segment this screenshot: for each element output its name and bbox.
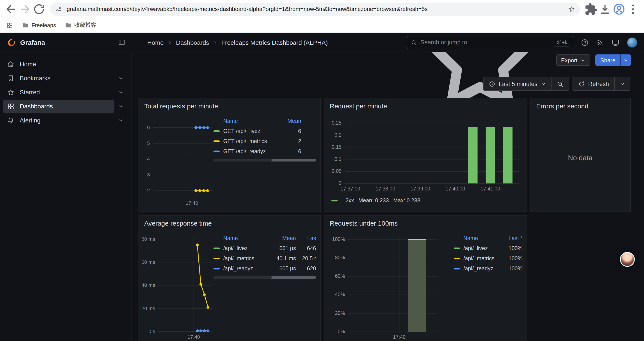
- panel-title[interactable]: Requests under 100ms: [324, 216, 527, 229]
- browser-forward-icon[interactable]: [18, 3, 32, 16]
- svg-text:6: 6: [147, 124, 150, 130]
- sidebar: Home Bookmarks Starred Dashboards Alerti…: [0, 52, 132, 341]
- sidebar-item-bookmarks[interactable]: Bookmarks: [3, 72, 127, 85]
- legend-col-last[interactable]: Las: [296, 235, 316, 241]
- chevron-down-icon: [541, 81, 546, 86]
- collapse-sidebar-icon[interactable]: [118, 39, 126, 46]
- legend-header: Name Last *: [454, 233, 522, 243]
- browser-reload-icon[interactable]: [32, 3, 46, 16]
- browser-toolbar: grafana.mathmast.com/d/deytv4rwavabkb/fr…: [0, 0, 644, 18]
- floating-extension-avatar[interactable]: [620, 252, 635, 267]
- panel-title[interactable]: Total requests per minute: [139, 99, 320, 112]
- bookmark-freeleaps[interactable]: Freeleaps: [22, 22, 56, 29]
- legend-col-name[interactable]: Name: [223, 118, 278, 124]
- svg-text:17:40: 17:40: [393, 334, 406, 340]
- svg-text:0.15: 0.15: [332, 144, 342, 150]
- panel-total-requests-per-minute: Total requests per minute 6543217:40 Nam…: [138, 98, 321, 212]
- apps-grid-icon[interactable]: [6, 22, 13, 29]
- sidebar-item-starred[interactable]: Starred: [3, 86, 127, 99]
- sidebar-item-dashboards[interactable]: Dashboards: [3, 100, 127, 113]
- clock-icon: [489, 81, 496, 87]
- chevron-down-icon: [581, 58, 586, 63]
- url-bar[interactable]: grafana.mathmast.com/d/deytv4rwavabkb/fr…: [50, 3, 580, 16]
- folder-icon: [22, 22, 28, 29]
- share-button[interactable]: Share: [596, 55, 631, 66]
- sidebar-item-home[interactable]: Home: [3, 58, 127, 71]
- scrollbar-thumb[interactable]: [214, 276, 272, 279]
- legend-inline[interactable]: 2xx Mean: 0.233 Max: 0.233: [332, 197, 522, 204]
- bookmark-label: 收藏博客: [74, 22, 96, 29]
- svg-text:20%: 20%: [335, 310, 345, 316]
- sidebar-item-alerting[interactable]: Alerting: [3, 114, 127, 127]
- refresh-button[interactable]: Refresh: [573, 77, 614, 90]
- breadcrumb-home[interactable]: Home: [147, 39, 164, 46]
- legend-row[interactable]: /api/_metrics 100%: [454, 253, 522, 263]
- time-range-picker[interactable]: Last 5 minutes: [484, 77, 551, 90]
- svg-text:60%: 60%: [335, 273, 345, 279]
- svg-text:0.25: 0.25: [332, 120, 342, 126]
- site-settings-icon[interactable]: [55, 6, 62, 13]
- export-button[interactable]: Export: [556, 55, 590, 66]
- legend-col-name[interactable]: Name: [223, 235, 269, 241]
- panel-title[interactable]: Average response time: [139, 216, 320, 229]
- svg-text:40%: 40%: [335, 292, 345, 297]
- expand-alerting-button[interactable]: [114, 117, 127, 123]
- extensions-icon[interactable]: [584, 3, 598, 16]
- svg-text:0.2: 0.2: [334, 132, 342, 138]
- panel-requests-under-100ms: Requests under 100ms 100%80%60%40%20%0%1…: [324, 215, 528, 341]
- legend-row[interactable]: GET /api/_livez 6: [214, 126, 316, 136]
- legend-row[interactable]: GET /api/_metrics 2: [214, 136, 316, 146]
- legend-row[interactable]: /api/_readyz 605 µs 620: [214, 263, 316, 273]
- brand-block: Grafana: [0, 38, 132, 47]
- chevron-down-icon: [118, 117, 124, 123]
- legend-row[interactable]: /api/_readyz 100%: [454, 263, 522, 273]
- svg-text:17:40:00: 17:40:00: [446, 186, 465, 192]
- browser-back-icon[interactable]: [4, 3, 18, 16]
- panel-title[interactable]: Errors per second: [531, 99, 630, 112]
- chevron-down-icon: [624, 58, 628, 63]
- bookmark-blog-collection[interactable]: 收藏博客: [65, 22, 96, 29]
- svg-text:60 ms: 60 ms: [142, 259, 155, 265]
- search-icon: [411, 39, 417, 46]
- bell-icon: [7, 117, 14, 124]
- downloads-icon[interactable]: [598, 3, 612, 16]
- panel-title[interactable]: Request per minute: [324, 99, 527, 112]
- search-box[interactable]: ⌘+k: [406, 36, 574, 49]
- chevron-down-icon: [118, 103, 124, 109]
- refresh-interval-button[interactable]: [614, 77, 630, 90]
- bookmark-page-button[interactable]: [566, 3, 577, 15]
- bookmark-icon: [7, 74, 14, 82]
- svg-text:17:39:00: 17:39:00: [410, 186, 430, 192]
- news-icon[interactable]: [596, 38, 604, 46]
- legend-row[interactable]: GET /api/_readyz 6: [214, 146, 316, 156]
- series-swatch: [214, 257, 220, 259]
- scrollbar-thumb[interactable]: [214, 159, 272, 162]
- legend-scrollbar[interactable]: [214, 276, 316, 279]
- legend-col-name[interactable]: Name: [464, 235, 500, 241]
- user-avatar[interactable]: [627, 37, 638, 48]
- legend-row[interactable]: /api/_metrics 40.1 ms 20.5 r: [214, 253, 316, 263]
- legend-row[interactable]: /api/_livez 661 µs 646: [214, 243, 316, 253]
- svg-text:17:40: 17:40: [186, 200, 198, 206]
- help-icon[interactable]: [581, 38, 589, 46]
- expand-dashboards-button[interactable]: [114, 103, 127, 109]
- zoom-out-button[interactable]: [551, 77, 568, 90]
- legend-col-mean[interactable]: Mean: [269, 235, 296, 241]
- legend-scrollbar[interactable]: [214, 159, 316, 162]
- search-input[interactable]: [420, 39, 550, 46]
- legend-table: Name Last * /api/_livez 100%: [454, 233, 522, 341]
- zoom-out-icon: [556, 81, 563, 87]
- browser-menu-icon[interactable]: [626, 3, 640, 16]
- grafana-logo[interactable]: [6, 38, 16, 47]
- legend-col-mean[interactable]: Mean: [278, 118, 301, 124]
- svg-text:17:40: 17:40: [188, 334, 200, 340]
- browser-profile-icon[interactable]: [612, 3, 626, 16]
- breadcrumb-dashboards[interactable]: Dashboards: [176, 39, 209, 46]
- url-text[interactable]: grafana.mathmast.com/d/deytv4rwavabkb/fr…: [67, 6, 562, 12]
- kiosk-icon[interactable]: [612, 38, 620, 46]
- share-menu-button[interactable]: [620, 55, 631, 66]
- expand-bookmarks-button[interactable]: [114, 75, 127, 81]
- legend-col-last[interactable]: Last *: [500, 235, 522, 241]
- legend-row[interactable]: /api/_livez 100%: [454, 243, 522, 253]
- expand-starred-button[interactable]: [114, 89, 127, 95]
